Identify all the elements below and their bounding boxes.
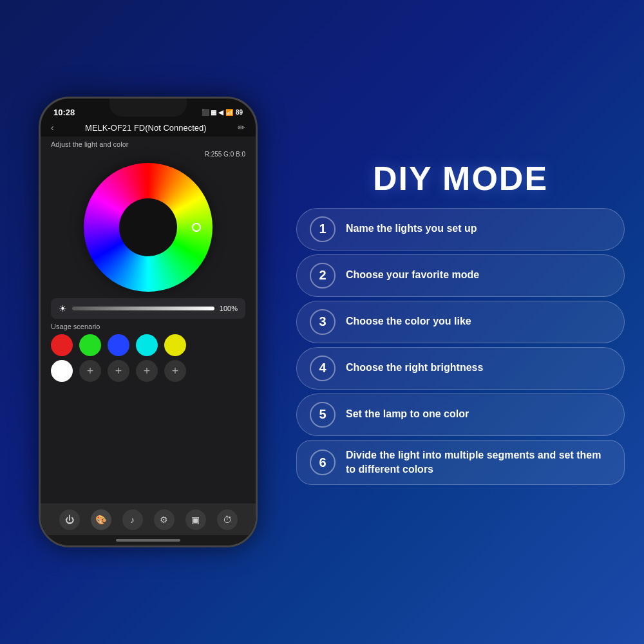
- add-color-3[interactable]: +: [136, 360, 158, 382]
- step-6: 6 Divide the light into multiple segment…: [296, 440, 625, 486]
- step-3-number: 3: [310, 309, 336, 335]
- home-bar: [116, 539, 180, 542]
- add-color-2[interactable]: +: [108, 360, 129, 382]
- nav-music[interactable]: ♪: [122, 509, 143, 530]
- color-dots-row2: + + + +: [51, 360, 245, 382]
- step-3-text: Choose the color you like: [346, 314, 471, 328]
- step-6-number: 6: [310, 450, 336, 475]
- nav-color[interactable]: 🎨: [91, 509, 111, 530]
- nav-timer[interactable]: ⏱: [217, 509, 238, 530]
- status-icons: ⬛ ▦ ◀ 📶 89: [202, 109, 243, 116]
- bottom-nav: ⏻ 🎨 ♪ ⚙ ▣ ⏱: [41, 504, 256, 535]
- step-2-number: 2: [310, 263, 336, 289]
- nav-settings[interactable]: ⚙: [154, 509, 175, 530]
- brightness-icon: ☀: [59, 303, 67, 314]
- color-dots-row1: [51, 334, 245, 356]
- color-dot-blue[interactable]: [108, 334, 129, 356]
- step-2: 2 Choose your favorite mode: [296, 254, 625, 297]
- color-dot-white[interactable]: [51, 360, 73, 382]
- add-color-1[interactable]: +: [79, 360, 101, 382]
- right-panel: DIY MODE 1 Name the lights you set up 2 …: [296, 159, 625, 486]
- step-2-text: Choose your favorite mode: [346, 268, 479, 282]
- color-dot-green[interactable]: [79, 334, 101, 356]
- step-1-text: Name the lights you set up: [346, 222, 477, 236]
- phone-device: 10:28 ⬛ ▦ ◀ 📶 89 ‹ MELK-OF21 FD(Not Conn…: [39, 97, 258, 547]
- add-color-4[interactable]: +: [164, 360, 186, 382]
- step-5-text: Set the lamp to one color: [346, 407, 469, 421]
- status-time: 10:28: [53, 108, 75, 117]
- step-4-text: Choose the right brightness: [346, 361, 483, 375]
- back-button[interactable]: ‹: [51, 122, 54, 133]
- diy-title: DIY MODE: [296, 159, 625, 198]
- app-header: ‹ MELK-OF21 FD(Not Connected) ✏: [41, 118, 256, 137]
- step-5: 5 Set the lamp to one color: [296, 393, 625, 436]
- nav-scenes[interactable]: ▣: [185, 509, 206, 530]
- step-1: 1 Name the lights you set up: [296, 208, 625, 251]
- phone-wrapper: 10:28 ⬛ ▦ ◀ 📶 89 ‹ MELK-OF21 FD(Not Conn…: [19, 97, 277, 547]
- rgb-value: R:255 G:0 B:0: [51, 151, 245, 158]
- brightness-percent: 100%: [220, 305, 238, 312]
- nav-power[interactable]: ⏻: [59, 509, 80, 530]
- color-wheel[interactable]: [84, 163, 213, 292]
- step-4: 4 Choose the right brightness: [296, 347, 625, 390]
- brightness-bar[interactable]: [72, 307, 214, 310]
- usage-label: Usage scenario: [51, 323, 245, 330]
- color-wheel-inner: [119, 198, 177, 256]
- edit-button[interactable]: ✏: [238, 122, 245, 133]
- step-4-number: 4: [310, 355, 336, 381]
- screen-content: Adjust the light and color R:255 G:0 B:0…: [41, 137, 256, 504]
- device-name: MELK-OF21 FD(Not Connected): [85, 123, 207, 133]
- step-1-number: 1: [310, 216, 336, 242]
- color-dot-red[interactable]: [51, 334, 73, 356]
- phone-screen: 10:28 ⬛ ▦ ◀ 📶 89 ‹ MELK-OF21 FD(Not Conn…: [41, 99, 256, 545]
- home-indicator: [41, 535, 256, 545]
- phone-notch: [109, 99, 187, 117]
- adjust-label: Adjust the light and color: [51, 140, 245, 148]
- step-5-number: 5: [310, 402, 336, 428]
- step-3: 3 Choose the color you like: [296, 301, 625, 343]
- color-dot-cyan[interactable]: [136, 334, 158, 356]
- color-wheel-selector: [192, 223, 201, 232]
- main-container: 10:28 ⬛ ▦ ◀ 📶 89 ‹ MELK-OF21 FD(Not Conn…: [6, 6, 638, 638]
- brightness-row: ☀ 100%: [51, 298, 245, 319]
- color-wheel-container[interactable]: [51, 163, 245, 292]
- color-dot-yellow[interactable]: [164, 334, 186, 356]
- step-6-text: Divide the light into multiple segments …: [346, 448, 611, 477]
- battery-level: 89: [236, 109, 243, 116]
